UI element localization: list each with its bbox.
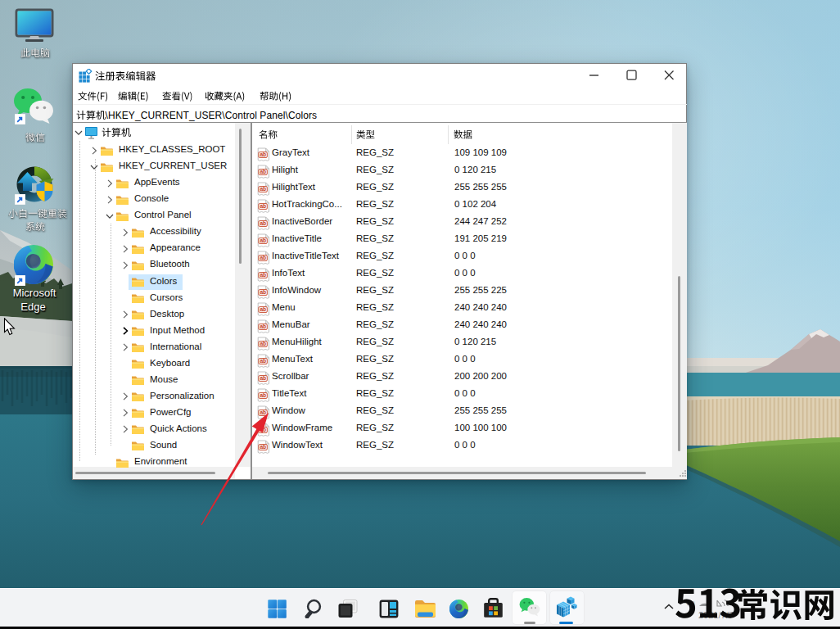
svg-text:ab: ab <box>260 152 266 157</box>
svg-text:ab: ab <box>260 306 266 312</box>
svg-text:ab: ab <box>260 238 266 243</box>
svg-text:ab: ab <box>260 341 266 346</box>
svg-text:ab: ab <box>260 358 266 364</box>
svg-text:ab: ab <box>260 392 266 398</box>
svg-text:ab: ab <box>260 169 266 174</box>
svg-text:ab: ab <box>260 375 266 381</box>
svg-text:ab: ab <box>260 324 266 329</box>
svg-text:ab: ab <box>260 289 266 295</box>
svg-text:ab: ab <box>260 186 266 192</box>
svg-text:ab: ab <box>260 220 266 226</box>
svg-text:ab: ab <box>260 272 266 278</box>
svg-text:ab: ab <box>260 255 266 260</box>
svg-text:ab: ab <box>260 203 266 209</box>
